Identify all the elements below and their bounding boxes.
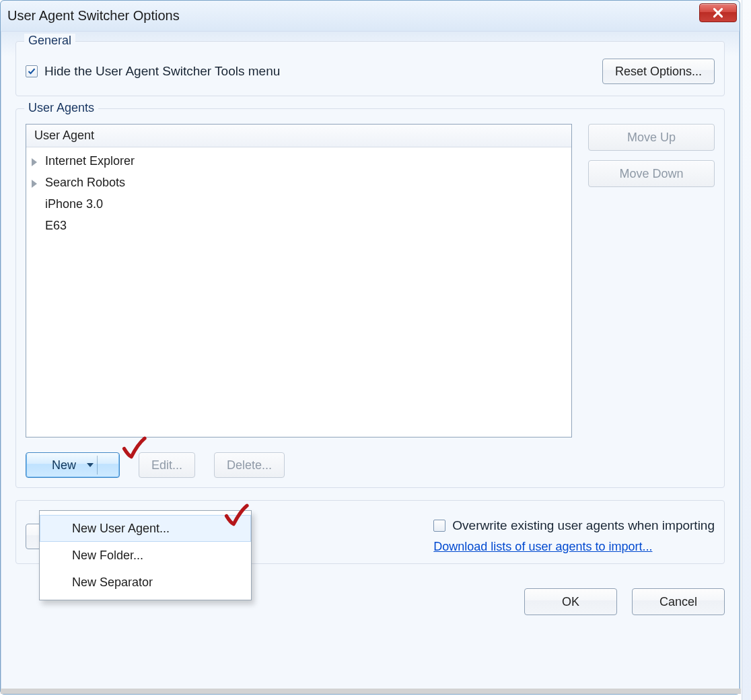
- menu-item-label: New Folder...: [72, 549, 143, 563]
- move-down-button[interactable]: Move Down: [588, 160, 715, 187]
- tree-row[interactable]: Internet Explorer: [26, 150, 571, 172]
- delete-button[interactable]: Delete...: [214, 452, 285, 478]
- tree-row[interactable]: Search Robots: [26, 172, 571, 193]
- expand-icon[interactable]: [32, 178, 41, 187]
- hide-tools-menu-checkbox[interactable]: [26, 65, 38, 77]
- dropdown-caret-icon: [87, 463, 94, 467]
- menu-item-label: New Separator: [72, 575, 153, 590]
- edit-button[interactable]: Edit...: [139, 452, 195, 478]
- window-title: User Agent Switcher Options: [7, 8, 180, 24]
- menu-item-new-folder[interactable]: New Folder...: [40, 542, 251, 569]
- tree-label: Internet Explorer: [45, 154, 135, 168]
- tree-row[interactable]: E63: [26, 215, 571, 236]
- user-agents-group: User Agents User Agent Internet Explorer…: [15, 108, 725, 488]
- title-bar: User Agent Switcher Options: [1, 1, 740, 32]
- tree-label: E63: [45, 219, 67, 233]
- ok-button[interactable]: OK: [524, 588, 617, 615]
- tree-label: Search Robots: [45, 176, 125, 190]
- reset-options-button[interactable]: Reset Options...: [602, 59, 715, 84]
- overwrite-label: Overwrite existing user agents when impo…: [452, 518, 715, 533]
- menu-item-new-separator[interactable]: New Separator: [40, 569, 251, 596]
- general-group: General Hide the User Agent Switcher Too…: [15, 41, 725, 96]
- tree-body: Internet Explorer Search Robots iPhone 3…: [26, 147, 571, 437]
- hide-tools-menu-label: Hide the User Agent Switcher Tools menu: [44, 64, 280, 79]
- bottom-strip: [1, 689, 741, 694]
- user-agents-legend: User Agents: [24, 101, 98, 115]
- menu-item-label: New User Agent...: [72, 522, 170, 536]
- right-edge-strip: [742, 0, 751, 700]
- split-separator: [97, 456, 98, 475]
- client-area: General Hide the User Agent Switcher Too…: [1, 32, 740, 588]
- move-up-button[interactable]: Move Up: [588, 124, 715, 151]
- new-button-label: New: [52, 458, 76, 473]
- expand-icon[interactable]: [32, 156, 41, 166]
- check-icon: [28, 67, 36, 75]
- close-icon: [712, 7, 724, 19]
- tree-row[interactable]: iPhone 3.0: [26, 193, 571, 215]
- tree-label: iPhone 3.0: [45, 197, 103, 211]
- tree-column-header[interactable]: User Agent: [26, 125, 571, 147]
- tree-side-buttons: Move Up Move Down: [588, 124, 715, 187]
- general-legend: General: [24, 34, 75, 48]
- close-button[interactable]: [699, 3, 737, 22]
- user-agent-tree[interactable]: User Agent Internet Explorer Search Robo…: [26, 124, 572, 438]
- new-dropdown-menu: New User Agent... New Folder... New Sepa…: [39, 510, 252, 600]
- new-button[interactable]: New: [26, 452, 120, 478]
- download-lists-link[interactable]: Download lists of user agents to import.…: [433, 540, 652, 554]
- menu-item-new-user-agent[interactable]: New User Agent...: [40, 515, 251, 542]
- cancel-button[interactable]: Cancel: [632, 588, 725, 615]
- overwrite-checkbox[interactable]: [433, 520, 445, 532]
